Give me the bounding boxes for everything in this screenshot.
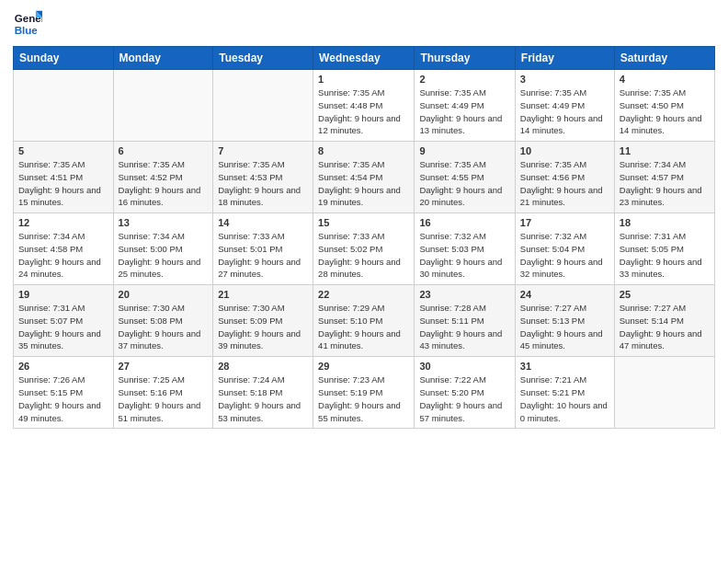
day-number: 19 xyxy=(18,289,108,300)
calendar-header-row: SundayMondayTuesdayWednesdayThursdayFrid… xyxy=(14,47,715,70)
day-info: Sunrise: 7:24 AMSunset: 5:18 PMDaylight:… xyxy=(218,373,308,424)
calendar-cell: 14Sunrise: 7:33 AMSunset: 5:01 PMDayligh… xyxy=(213,213,313,285)
calendar-header-sunday: Sunday xyxy=(14,47,114,70)
calendar-cell: 15Sunrise: 7:33 AMSunset: 5:02 PMDayligh… xyxy=(313,213,415,285)
header: General Blue xyxy=(13,9,715,39)
day-info: Sunrise: 7:27 AMSunset: 5:14 PMDaylight:… xyxy=(620,302,710,352)
calendar-cell: 28Sunrise: 7:24 AMSunset: 5:18 PMDayligh… xyxy=(213,357,313,429)
day-info: Sunrise: 7:34 AMSunset: 4:57 PMDaylight:… xyxy=(620,158,710,209)
day-number: 11 xyxy=(620,145,710,156)
day-number: 26 xyxy=(18,361,108,372)
day-info: Sunrise: 7:34 AMSunset: 5:00 PMDaylight:… xyxy=(119,230,209,281)
calendar-week-2: 5Sunrise: 7:35 AMSunset: 4:51 PMDaylight… xyxy=(14,142,715,213)
day-info: Sunrise: 7:27 AMSunset: 5:13 PMDaylight:… xyxy=(520,302,609,352)
calendar-cell: 20Sunrise: 7:30 AMSunset: 5:08 PMDayligh… xyxy=(113,285,213,357)
day-number: 20 xyxy=(119,289,209,300)
calendar-cell: 23Sunrise: 7:28 AMSunset: 5:11 PMDayligh… xyxy=(415,285,515,357)
day-info: Sunrise: 7:35 AMSunset: 4:49 PMDaylight:… xyxy=(520,86,609,137)
day-number: 3 xyxy=(520,74,609,85)
calendar-cell: 26Sunrise: 7:26 AMSunset: 5:15 PMDayligh… xyxy=(14,357,114,429)
calendar-cell: 31Sunrise: 7:21 AMSunset: 5:21 PMDayligh… xyxy=(515,357,614,429)
calendar-cell xyxy=(614,357,714,429)
calendar-header-thursday: Thursday xyxy=(415,47,515,70)
day-info: Sunrise: 7:31 AMSunset: 5:07 PMDaylight:… xyxy=(18,302,108,352)
day-number: 21 xyxy=(218,289,308,300)
calendar-cell: 1Sunrise: 7:35 AMSunset: 4:48 PMDaylight… xyxy=(313,70,415,142)
calendar-cell: 10Sunrise: 7:35 AMSunset: 4:56 PMDayligh… xyxy=(515,142,614,213)
day-number: 16 xyxy=(419,217,509,228)
day-number: 27 xyxy=(119,361,209,372)
day-number: 25 xyxy=(620,289,710,300)
day-info: Sunrise: 7:35 AMSunset: 4:55 PMDaylight:… xyxy=(419,158,509,209)
day-number: 29 xyxy=(318,361,409,372)
day-number: 7 xyxy=(218,145,308,156)
day-info: Sunrise: 7:31 AMSunset: 5:05 PMDaylight:… xyxy=(620,230,710,281)
calendar-cell: 9Sunrise: 7:35 AMSunset: 4:55 PMDaylight… xyxy=(415,142,515,213)
calendar-cell: 4Sunrise: 7:35 AMSunset: 4:50 PMDaylight… xyxy=(614,70,714,142)
day-number: 10 xyxy=(520,145,609,156)
day-info: Sunrise: 7:33 AMSunset: 5:01 PMDaylight:… xyxy=(218,230,308,281)
day-number: 13 xyxy=(119,217,209,228)
day-number: 8 xyxy=(318,145,409,156)
calendar-header-tuesday: Tuesday xyxy=(213,47,313,70)
day-info: Sunrise: 7:35 AMSunset: 4:50 PMDaylight:… xyxy=(620,86,710,137)
calendar-cell: 17Sunrise: 7:32 AMSunset: 5:04 PMDayligh… xyxy=(515,213,614,285)
day-number: 30 xyxy=(419,361,509,372)
calendar-cell: 27Sunrise: 7:25 AMSunset: 5:16 PMDayligh… xyxy=(113,357,213,429)
calendar-week-5: 26Sunrise: 7:26 AMSunset: 5:15 PMDayligh… xyxy=(14,357,715,429)
calendar-cell: 25Sunrise: 7:27 AMSunset: 5:14 PMDayligh… xyxy=(614,285,714,357)
calendar-cell: 18Sunrise: 7:31 AMSunset: 5:05 PMDayligh… xyxy=(614,213,714,285)
day-number: 14 xyxy=(218,217,308,228)
calendar-cell xyxy=(14,70,114,142)
svg-text:Blue: Blue xyxy=(15,25,39,36)
day-number: 24 xyxy=(520,289,609,300)
calendar-cell: 5Sunrise: 7:35 AMSunset: 4:51 PMDaylight… xyxy=(14,142,114,213)
day-number: 18 xyxy=(620,217,710,228)
calendar-cell: 7Sunrise: 7:35 AMSunset: 4:53 PMDaylight… xyxy=(213,142,313,213)
calendar-cell: 13Sunrise: 7:34 AMSunset: 5:00 PMDayligh… xyxy=(113,213,213,285)
day-number: 1 xyxy=(318,74,409,85)
day-number: 28 xyxy=(218,361,308,372)
day-info: Sunrise: 7:30 AMSunset: 5:08 PMDaylight:… xyxy=(119,302,209,352)
day-number: 4 xyxy=(620,74,710,85)
calendar-cell xyxy=(113,70,213,142)
calendar-cell: 11Sunrise: 7:34 AMSunset: 4:57 PMDayligh… xyxy=(614,142,714,213)
day-number: 9 xyxy=(419,145,509,156)
day-info: Sunrise: 7:35 AMSunset: 4:48 PMDaylight:… xyxy=(318,86,409,137)
day-info: Sunrise: 7:35 AMSunset: 4:54 PMDaylight:… xyxy=(318,158,409,209)
day-info: Sunrise: 7:28 AMSunset: 5:11 PMDaylight:… xyxy=(419,302,509,352)
calendar-header-wednesday: Wednesday xyxy=(313,47,415,70)
calendar-cell xyxy=(213,70,313,142)
calendar-cell: 29Sunrise: 7:23 AMSunset: 5:19 PMDayligh… xyxy=(313,357,415,429)
calendar-cell: 30Sunrise: 7:22 AMSunset: 5:20 PMDayligh… xyxy=(415,357,515,429)
calendar-cell: 8Sunrise: 7:35 AMSunset: 4:54 PMDaylight… xyxy=(313,142,415,213)
day-info: Sunrise: 7:21 AMSunset: 5:21 PMDaylight:… xyxy=(520,373,609,424)
calendar-header-saturday: Saturday xyxy=(614,47,714,70)
calendar-cell: 21Sunrise: 7:30 AMSunset: 5:09 PMDayligh… xyxy=(213,285,313,357)
calendar-cell: 16Sunrise: 7:32 AMSunset: 5:03 PMDayligh… xyxy=(415,213,515,285)
day-number: 12 xyxy=(18,217,108,228)
calendar-header-friday: Friday xyxy=(515,47,614,70)
day-info: Sunrise: 7:33 AMSunset: 5:02 PMDaylight:… xyxy=(318,230,409,281)
day-number: 22 xyxy=(318,289,409,300)
calendar-cell: 2Sunrise: 7:35 AMSunset: 4:49 PMDaylight… xyxy=(415,70,515,142)
day-info: Sunrise: 7:26 AMSunset: 5:15 PMDaylight:… xyxy=(18,373,108,424)
day-info: Sunrise: 7:34 AMSunset: 4:58 PMDaylight:… xyxy=(18,230,108,281)
logo-icon: General Blue xyxy=(13,9,42,39)
page: General Blue SundayMondayTuesdayWednesda… xyxy=(0,0,728,563)
day-info: Sunrise: 7:23 AMSunset: 5:19 PMDaylight:… xyxy=(318,373,409,424)
day-number: 2 xyxy=(419,74,509,85)
day-info: Sunrise: 7:35 AMSunset: 4:49 PMDaylight:… xyxy=(419,86,509,137)
calendar: SundayMondayTuesdayWednesdayThursdayFrid… xyxy=(13,46,715,429)
day-number: 15 xyxy=(318,217,409,228)
day-info: Sunrise: 7:32 AMSunset: 5:04 PMDaylight:… xyxy=(520,230,609,281)
day-number: 5 xyxy=(18,145,108,156)
day-info: Sunrise: 7:30 AMSunset: 5:09 PMDaylight:… xyxy=(218,302,308,352)
calendar-cell: 12Sunrise: 7:34 AMSunset: 4:58 PMDayligh… xyxy=(14,213,114,285)
day-info: Sunrise: 7:22 AMSunset: 5:20 PMDaylight:… xyxy=(419,373,509,424)
logo: General Blue xyxy=(13,9,42,39)
day-info: Sunrise: 7:35 AMSunset: 4:51 PMDaylight:… xyxy=(18,158,108,209)
day-info: Sunrise: 7:32 AMSunset: 5:03 PMDaylight:… xyxy=(419,230,509,281)
day-info: Sunrise: 7:25 AMSunset: 5:16 PMDaylight:… xyxy=(119,373,209,424)
day-info: Sunrise: 7:29 AMSunset: 5:10 PMDaylight:… xyxy=(318,302,409,352)
